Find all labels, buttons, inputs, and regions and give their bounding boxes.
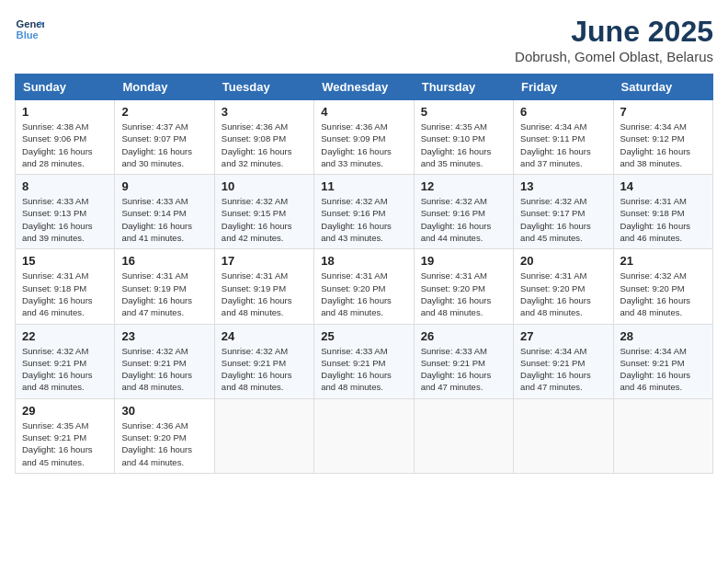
- week-row-5: 29Sunrise: 4:35 AMSunset: 9:21 PMDayligh…: [16, 398, 713, 473]
- day-number: 27: [520, 329, 606, 343]
- cell-content: Sunrise: 4:36 AMSunset: 9:09 PMDaylight:…: [321, 121, 406, 169]
- cell-content: Sunrise: 4:36 AMSunset: 9:08 PMDaylight:…: [222, 121, 307, 169]
- calendar-cell: 18Sunrise: 4:31 AMSunset: 9:20 PMDayligh…: [314, 249, 414, 324]
- weekday-header-tuesday: Tuesday: [214, 75, 313, 100]
- header: General Blue June 2025 Dobrush, Gomel Ob…: [15, 15, 713, 64]
- cell-content: Sunrise: 4:34 AMSunset: 9:12 PMDaylight:…: [620, 121, 706, 169]
- week-row-2: 8Sunrise: 4:33 AMSunset: 9:13 PMDaylight…: [16, 175, 713, 249]
- calendar-cell: 10Sunrise: 4:32 AMSunset: 9:15 PMDayligh…: [214, 175, 313, 249]
- cell-content: Sunrise: 4:33 AMSunset: 9:14 PMDaylight:…: [121, 195, 207, 244]
- calendar-cell: 21Sunrise: 4:32 AMSunset: 9:20 PMDayligh…: [613, 249, 712, 324]
- day-number: 17: [222, 254, 307, 268]
- cell-content: Sunrise: 4:37 AMSunset: 9:07 PMDaylight:…: [121, 121, 207, 169]
- cell-content: Sunrise: 4:35 AMSunset: 9:21 PMDaylight:…: [22, 419, 108, 468]
- calendar-cell: 5Sunrise: 4:35 AMSunset: 9:10 PMDaylight…: [414, 100, 513, 175]
- weekday-header-wednesday: Wednesday: [314, 75, 414, 100]
- day-number: 20: [520, 254, 606, 268]
- calendar-cell: 15Sunrise: 4:31 AMSunset: 9:18 PMDayligh…: [16, 249, 115, 324]
- cell-content: Sunrise: 4:33 AMSunset: 9:21 PMDaylight:…: [421, 345, 506, 394]
- calendar-cell: 8Sunrise: 4:33 AMSunset: 9:13 PMDaylight…: [16, 175, 115, 249]
- calendar-cell: [414, 398, 513, 473]
- day-number: 3: [222, 105, 307, 119]
- logo: General Blue: [15, 15, 44, 44]
- week-row-4: 22Sunrise: 4:32 AMSunset: 9:21 PMDayligh…: [16, 324, 713, 398]
- calendar-cell: [514, 398, 613, 473]
- weekday-header-monday: Monday: [115, 75, 214, 100]
- day-number: 15: [22, 254, 108, 268]
- calendar-cell: 6Sunrise: 4:34 AMSunset: 9:11 PMDaylight…: [514, 100, 613, 175]
- title-area: June 2025 Dobrush, Gomel Oblast, Belarus: [515, 15, 713, 64]
- cell-content: Sunrise: 4:32 AMSunset: 9:15 PMDaylight:…: [222, 195, 307, 244]
- day-number: 2: [121, 105, 207, 119]
- calendar-cell: [613, 398, 712, 473]
- calendar-cell: 2Sunrise: 4:37 AMSunset: 9:07 PMDaylight…: [115, 100, 214, 175]
- calendar-cell: 25Sunrise: 4:33 AMSunset: 9:21 PMDayligh…: [314, 324, 414, 398]
- calendar-cell: 16Sunrise: 4:31 AMSunset: 9:19 PMDayligh…: [115, 249, 214, 324]
- day-number: 29: [22, 404, 108, 418]
- calendar-cell: [214, 398, 313, 473]
- cell-content: Sunrise: 4:33 AMSunset: 9:21 PMDaylight:…: [321, 345, 406, 394]
- calendar-cell: 22Sunrise: 4:32 AMSunset: 9:21 PMDayligh…: [16, 324, 115, 398]
- weekday-header-sunday: Sunday: [16, 75, 115, 100]
- day-number: 26: [421, 329, 506, 343]
- weekday-header-friday: Friday: [514, 75, 613, 100]
- calendar-cell: 30Sunrise: 4:36 AMSunset: 9:20 PMDayligh…: [115, 398, 214, 473]
- calendar-cell: 23Sunrise: 4:32 AMSunset: 9:21 PMDayligh…: [115, 324, 214, 398]
- calendar-cell: 28Sunrise: 4:34 AMSunset: 9:21 PMDayligh…: [613, 324, 712, 398]
- day-number: 22: [22, 329, 108, 343]
- calendar-table: SundayMondayTuesdayWednesdayThursdayFrid…: [15, 74, 713, 474]
- cell-content: Sunrise: 4:34 AMSunset: 9:21 PMDaylight:…: [620, 345, 706, 394]
- calendar-cell: [314, 398, 414, 473]
- cell-content: Sunrise: 4:31 AMSunset: 9:19 PMDaylight:…: [222, 270, 307, 318]
- location-title: Dobrush, Gomel Oblast, Belarus: [515, 49, 713, 64]
- day-number: 6: [520, 105, 606, 119]
- day-number: 30: [121, 404, 207, 418]
- cell-content: Sunrise: 4:31 AMSunset: 9:20 PMDaylight:…: [421, 270, 506, 318]
- cell-content: Sunrise: 4:34 AMSunset: 9:11 PMDaylight:…: [520, 121, 606, 169]
- cell-content: Sunrise: 4:32 AMSunset: 9:21 PMDaylight:…: [121, 345, 207, 394]
- calendar-cell: 11Sunrise: 4:32 AMSunset: 9:16 PMDayligh…: [314, 175, 414, 249]
- logo-icon: General Blue: [15, 15, 44, 44]
- day-number: 13: [520, 179, 606, 193]
- calendar-cell: 19Sunrise: 4:31 AMSunset: 9:20 PMDayligh…: [414, 249, 513, 324]
- day-number: 28: [620, 329, 706, 343]
- day-number: 14: [620, 179, 706, 193]
- day-number: 4: [321, 105, 406, 119]
- calendar-cell: 9Sunrise: 4:33 AMSunset: 9:14 PMDaylight…: [115, 175, 214, 249]
- weekday-header-saturday: Saturday: [613, 75, 712, 100]
- calendar-cell: 27Sunrise: 4:34 AMSunset: 9:21 PMDayligh…: [514, 324, 613, 398]
- svg-text:Blue: Blue: [17, 29, 39, 40]
- day-number: 25: [321, 329, 406, 343]
- cell-content: Sunrise: 4:31 AMSunset: 9:20 PMDaylight:…: [321, 270, 406, 318]
- day-number: 8: [22, 179, 108, 193]
- cell-content: Sunrise: 4:32 AMSunset: 9:16 PMDaylight:…: [321, 195, 406, 244]
- cell-content: Sunrise: 4:31 AMSunset: 9:18 PMDaylight:…: [22, 270, 108, 318]
- cell-content: Sunrise: 4:32 AMSunset: 9:16 PMDaylight:…: [421, 195, 506, 244]
- calendar-cell: 20Sunrise: 4:31 AMSunset: 9:20 PMDayligh…: [514, 249, 613, 324]
- week-row-1: 1Sunrise: 4:38 AMSunset: 9:06 PMDaylight…: [16, 100, 713, 175]
- day-number: 12: [421, 179, 506, 193]
- day-number: 19: [421, 254, 506, 268]
- day-number: 23: [121, 329, 207, 343]
- day-number: 5: [421, 105, 506, 119]
- calendar-cell: 7Sunrise: 4:34 AMSunset: 9:12 PMDaylight…: [613, 100, 712, 175]
- cell-content: Sunrise: 4:31 AMSunset: 9:20 PMDaylight:…: [520, 270, 606, 318]
- month-title: June 2025: [515, 15, 713, 49]
- calendar-cell: 3Sunrise: 4:36 AMSunset: 9:08 PMDaylight…: [214, 100, 313, 175]
- day-number: 11: [321, 179, 406, 193]
- calendar-cell: 14Sunrise: 4:31 AMSunset: 9:18 PMDayligh…: [613, 175, 712, 249]
- weekday-header-thursday: Thursday: [414, 75, 513, 100]
- day-number: 16: [121, 254, 207, 268]
- day-number: 18: [321, 254, 406, 268]
- cell-content: Sunrise: 4:32 AMSunset: 9:17 PMDaylight:…: [520, 195, 606, 244]
- cell-content: Sunrise: 4:38 AMSunset: 9:06 PMDaylight:…: [22, 121, 108, 169]
- day-number: 10: [222, 179, 307, 193]
- weekday-header-row: SundayMondayTuesdayWednesdayThursdayFrid…: [16, 75, 713, 100]
- calendar-cell: 17Sunrise: 4:31 AMSunset: 9:19 PMDayligh…: [214, 249, 313, 324]
- cell-content: Sunrise: 4:35 AMSunset: 9:10 PMDaylight:…: [421, 121, 506, 169]
- calendar-cell: 29Sunrise: 4:35 AMSunset: 9:21 PMDayligh…: [16, 398, 115, 473]
- calendar-cell: 24Sunrise: 4:32 AMSunset: 9:21 PMDayligh…: [214, 324, 313, 398]
- calendar-cell: 4Sunrise: 4:36 AMSunset: 9:09 PMDaylight…: [314, 100, 414, 175]
- cell-content: Sunrise: 4:31 AMSunset: 9:18 PMDaylight:…: [620, 195, 706, 244]
- cell-content: Sunrise: 4:33 AMSunset: 9:13 PMDaylight:…: [22, 195, 108, 244]
